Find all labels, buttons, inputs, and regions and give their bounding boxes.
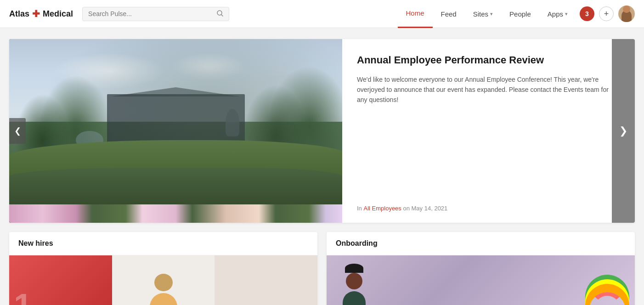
rainbow-icon bbox=[589, 292, 626, 305]
hero-next-icon: ❯ bbox=[619, 125, 627, 137]
search-icon bbox=[217, 10, 223, 18]
new-hires-content: 1 bbox=[9, 255, 317, 305]
nav-item-sites[interactable]: Sites ▾ bbox=[465, 0, 501, 28]
hero-flowers bbox=[9, 204, 342, 223]
hero-body: We'd like to welcome everyone to our Ann… bbox=[357, 74, 620, 196]
person-head bbox=[154, 274, 173, 291]
onboarding-person bbox=[340, 265, 368, 305]
hero-meta: In All Employees on May 14, 2021 bbox=[357, 205, 620, 212]
logo-text-medical: Medical bbox=[43, 9, 73, 19]
logo-text-atlas: Atlas bbox=[9, 9, 29, 19]
hero-next-button[interactable]: ❯ bbox=[612, 39, 635, 223]
onboarding-content bbox=[327, 255, 635, 305]
nav-item-feed[interactable]: Feed bbox=[433, 0, 465, 28]
nav-label-apps: Apps bbox=[548, 10, 563, 18]
avatar-figure bbox=[621, 10, 632, 22]
onboarding-card: Onboarding bbox=[327, 232, 635, 305]
svg-line-1 bbox=[221, 15, 223, 16]
avatar-head bbox=[623, 6, 630, 13]
person-body-onboard bbox=[343, 291, 366, 305]
new-hires-card: New hires 1 bbox=[9, 232, 317, 305]
add-button[interactable]: + bbox=[599, 6, 614, 21]
hero-title: Annual Employee Performance Review bbox=[357, 54, 620, 67]
logo-cross-icon: ✚ bbox=[32, 8, 40, 19]
hero-meta-prefix: In bbox=[357, 205, 362, 212]
onboarding-title: Onboarding bbox=[327, 232, 635, 255]
nav-item-home[interactable]: Home bbox=[398, 0, 433, 28]
chevron-down-icon: ▾ bbox=[490, 11, 493, 17]
nav-label-feed: Feed bbox=[441, 10, 457, 18]
header-actions: 3 + bbox=[580, 6, 635, 22]
person-silhouette bbox=[145, 274, 182, 305]
nav-label-home: Home bbox=[406, 9, 424, 17]
person-head-onboard bbox=[346, 273, 362, 289]
hero-prev-button[interactable]: ❮ bbox=[9, 118, 26, 144]
new-hires-title: New hires bbox=[9, 232, 317, 255]
new-hire-number: 1 bbox=[14, 287, 32, 305]
new-hire-thumb-3 bbox=[215, 255, 317, 305]
new-hire-thumb-1: 1 bbox=[9, 255, 112, 305]
nav-item-apps[interactable]: Apps ▾ bbox=[539, 0, 576, 28]
person-hair bbox=[345, 264, 363, 273]
logo: Atlas ✚ Medical bbox=[9, 8, 73, 19]
search-input[interactable] bbox=[88, 10, 213, 17]
hero-image: ❮ bbox=[9, 39, 342, 223]
main-content: ❮ Annual Employee Performance Review We'… bbox=[0, 28, 644, 305]
person-body bbox=[150, 293, 177, 305]
hero-meta-link[interactable]: All Employees bbox=[363, 205, 401, 212]
chevron-down-icon-apps: ▾ bbox=[565, 11, 568, 17]
hero-content: Annual Employee Performance Review We'd … bbox=[342, 39, 635, 223]
bottom-grid: New hires 1 Onboarding bbox=[9, 232, 635, 305]
hero-meta-suffix: on May 14, 2021 bbox=[403, 205, 447, 212]
header: Atlas ✚ Medical Home Feed Sites ▾ People… bbox=[0, 0, 644, 28]
onboarding-image bbox=[327, 255, 635, 305]
notification-badge[interactable]: 3 bbox=[580, 6, 594, 21]
new-hire-thumb-2 bbox=[112, 255, 215, 305]
avatar[interactable] bbox=[618, 6, 635, 22]
hero-card: ❮ Annual Employee Performance Review We'… bbox=[9, 39, 635, 223]
nav-item-people[interactable]: People bbox=[501, 0, 539, 28]
nav-label-sites: Sites bbox=[473, 10, 488, 18]
nav-label-people: People bbox=[509, 10, 531, 18]
main-nav: Home Feed Sites ▾ People Apps ▾ bbox=[398, 0, 576, 28]
search-bar[interactable] bbox=[82, 7, 229, 21]
